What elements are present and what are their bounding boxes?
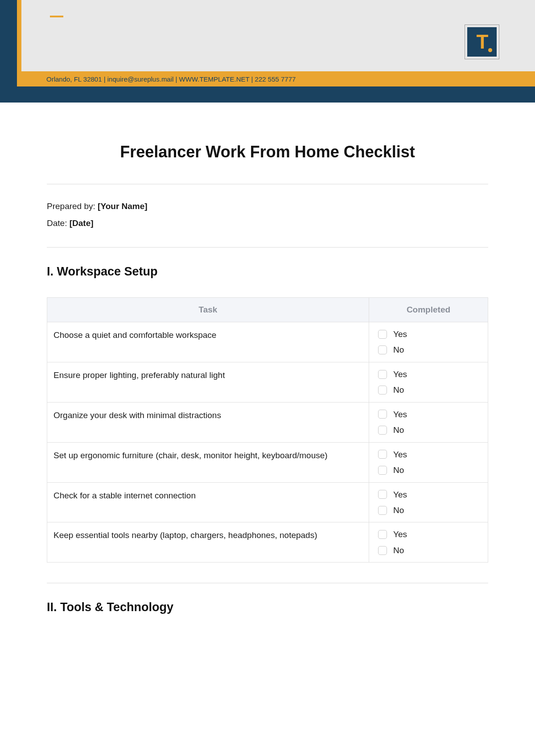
task-cell: Choose a quiet and comfortable workspace (47, 322, 369, 362)
checkbox-yes[interactable] (378, 450, 387, 459)
contact-text: Orlando, FL 32801 | inquire@sureplus.mai… (46, 75, 296, 83)
checkbox-label-no: No (393, 423, 404, 436)
check-option-no: No (378, 544, 479, 557)
completed-cell: YesNo (369, 522, 488, 563)
workspace-setup-table: Task Completed Choose a quiet and comfor… (47, 297, 488, 563)
check-option-yes: Yes (378, 368, 479, 381)
divider (47, 583, 488, 583)
completed-cell: YesNo (369, 362, 488, 402)
checkbox-label-no: No (393, 504, 404, 517)
checkbox-yes[interactable] (378, 530, 387, 539)
logo: T (465, 25, 499, 59)
date-label: Date: (47, 218, 70, 228)
checkbox-yes[interactable] (378, 490, 387, 499)
checkbox-yes[interactable] (378, 370, 387, 379)
check-option-no: No (378, 383, 479, 396)
task-cell: Set up ergonomic furniture (chair, desk,… (47, 442, 369, 482)
table-row: Check for a stable internet connectionYe… (47, 482, 488, 522)
check-option-yes: Yes (378, 448, 479, 461)
document-body: Freelancer Work From Home Checklist Prep… (0, 103, 535, 651)
checkbox-no[interactable] (378, 345, 387, 354)
check-option-yes: Yes (378, 488, 479, 501)
checkbox-label-no: No (393, 383, 404, 396)
table-row: Choose a quiet and comfortable workspace… (47, 322, 488, 362)
completed-cell: YesNo (369, 482, 488, 522)
prepared-by-value: [Your Name] (98, 201, 148, 211)
completed-cell: YesNo (369, 322, 488, 362)
checkbox-no[interactable] (378, 386, 387, 394)
table-row: Keep essential tools nearby (laptop, cha… (47, 522, 488, 563)
checkbox-label-no: No (393, 544, 404, 557)
check-option-yes: Yes (378, 328, 479, 341)
checkbox-no[interactable] (378, 426, 387, 435)
checkbox-label-no: No (393, 343, 404, 356)
divider (47, 247, 488, 248)
date-value: [Date] (70, 218, 94, 228)
section-title-1: I. Workspace Setup (47, 265, 488, 279)
checkbox-label-yes: Yes (393, 408, 407, 421)
checkbox-label-yes: Yes (393, 448, 407, 461)
column-header-task: Task (47, 298, 369, 322)
prepared-by-label: Prepared by: (47, 201, 98, 211)
header-top-tick (50, 16, 63, 17)
check-option-no: No (378, 423, 479, 436)
completed-cell: YesNo (369, 442, 488, 482)
checkbox-label-yes: Yes (393, 488, 407, 501)
checkbox-yes[interactable] (378, 330, 387, 339)
check-option-no: No (378, 343, 479, 356)
checkbox-label-yes: Yes (393, 368, 407, 381)
checkbox-label-yes: Yes (393, 328, 407, 341)
document-header: T Orlando, FL 32801 | inquire@sureplus.m… (0, 0, 535, 103)
completed-cell: YesNo (369, 402, 488, 442)
checkbox-yes[interactable] (378, 410, 387, 419)
table-row: Ensure proper lighting, preferably natur… (47, 362, 488, 402)
checkbox-no[interactable] (378, 506, 387, 515)
header-bottom-band (0, 86, 535, 103)
logo-letter: T (477, 31, 488, 53)
task-cell: Check for a stable internet connection (47, 482, 369, 522)
table-row: Organize your desk with minimal distract… (47, 402, 488, 442)
check-option-yes: Yes (378, 408, 479, 421)
task-cell: Ensure proper lighting, preferably natur… (47, 362, 369, 402)
divider (47, 184, 488, 185)
prepared-by-row: Prepared by: [Your Name] (47, 201, 488, 211)
check-option-no: No (378, 464, 479, 477)
logo-inner: T (467, 27, 497, 57)
contact-bar: Orlando, FL 32801 | inquire@sureplus.mai… (21, 71, 535, 86)
task-cell: Keep essential tools nearby (laptop, cha… (47, 522, 369, 563)
date-row: Date: [Date] (47, 218, 488, 228)
checkbox-no[interactable] (378, 546, 387, 555)
checkbox-label-no: No (393, 464, 404, 477)
section-title-2: II. Tools & Technology (47, 600, 488, 614)
checkbox-no[interactable] (378, 466, 387, 475)
page-title: Freelancer Work From Home Checklist (47, 143, 488, 161)
checkbox-label-yes: Yes (393, 528, 407, 541)
table-row: Set up ergonomic furniture (chair, desk,… (47, 442, 488, 482)
logo-dot-icon (488, 48, 492, 52)
check-option-yes: Yes (378, 528, 479, 541)
column-header-completed: Completed (369, 298, 488, 322)
check-option-no: No (378, 504, 479, 517)
task-cell: Organize your desk with minimal distract… (47, 402, 369, 442)
